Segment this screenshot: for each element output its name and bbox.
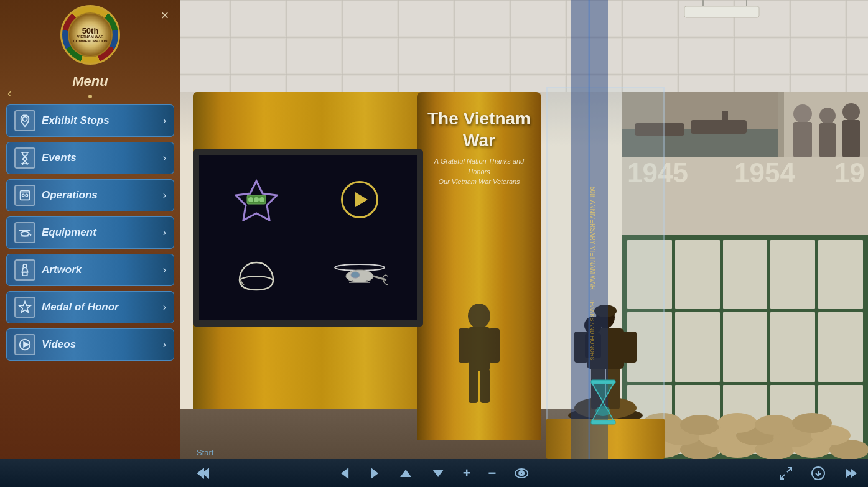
tv-cell-helicopter (309, 239, 411, 315)
up-button[interactable] (394, 465, 417, 482)
exhibit-stops-label: Exhibit Stops (42, 114, 163, 127)
location-pin-icon (14, 110, 35, 131)
tv-cell-play[interactable] (309, 162, 411, 238)
bottom-toolbar: + − (0, 459, 868, 487)
zoom-in-button[interactable]: + (459, 463, 475, 484)
operations-chevron: › (163, 190, 166, 201)
panel-item-8 (723, 312, 768, 381)
sidebar: 50th VIETNAM WARCOMMEMORATION × Menu ‹ E… (0, 0, 180, 487)
toolbar-center-section: + − (335, 463, 534, 484)
svg-rect-39 (691, 120, 747, 134)
equipment-label: Equipment (42, 226, 163, 239)
svg-text:THANKS AND HONORS: THANKS AND HONORS (589, 299, 595, 361)
sidebar-item-events[interactable]: Events › (6, 142, 174, 174)
svg-point-76 (22, 194, 24, 197)
svg-rect-84 (22, 272, 27, 276)
svg-point-66 (680, 415, 720, 435)
soldier-silhouette (451, 304, 507, 403)
svg-rect-9 (488, 328, 500, 363)
toolbar-right-section (775, 463, 862, 483)
operations-label: Operations (42, 189, 163, 202)
exhibit-subtitle-line2: Our Vietnam War Veterans (426, 177, 532, 187)
rewind-button[interactable] (193, 463, 215, 483)
artwork-label: Artwork (42, 264, 163, 276)
sidebar-item-exhibit-stops[interactable]: Exhibit Stops › (6, 104, 174, 137)
svg-line-19 (373, 276, 386, 280)
down-button[interactable] (427, 465, 449, 482)
year-partial: 19 (834, 157, 865, 188)
tv-screen[interactable] (193, 149, 423, 327)
equipment-chevron: › (163, 227, 166, 238)
exhibit-stops-chevron: › (163, 115, 166, 126)
svg-point-15 (254, 197, 259, 202)
panel-item-4 (770, 240, 815, 309)
logo-subtitle: VIETNAM WARCOMMEMORATION (73, 35, 107, 43)
artwork-statue-icon (14, 259, 35, 281)
svg-rect-47 (842, 120, 860, 157)
svg-rect-46 (819, 123, 836, 157)
play-circle-icon (14, 334, 35, 355)
sidebar-item-equipment[interactable]: Equipment › (6, 216, 174, 249)
equipment-helicopter-icon (14, 222, 35, 243)
panorama-background: The Vietnam War A Grateful Nation Thanks… (174, 0, 868, 487)
close-button[interactable]: × (156, 6, 174, 25)
svg-point-50 (595, 406, 610, 416)
svg-point-14 (248, 197, 253, 202)
svg-rect-11 (480, 369, 490, 403)
menu-items-list: Exhibit Stops › Events › Operations › Eq… (6, 104, 174, 366)
svg-rect-45 (793, 122, 812, 157)
svg-line-81 (29, 234, 31, 236)
back-arrow[interactable]: ‹ (7, 86, 12, 100)
svg-point-77 (26, 194, 28, 197)
zoom-out-button[interactable]: − (485, 463, 500, 484)
svg-rect-7 (469, 327, 490, 371)
medal-of-honor-label: Medal of Honor (42, 301, 163, 313)
medal-of-honor-chevron: › (163, 302, 166, 313)
toolbar-left-section (193, 463, 215, 483)
svg-rect-10 (469, 369, 478, 403)
sidebar-item-artwork[interactable]: Artwork › (6, 254, 174, 286)
svg-point-67 (717, 413, 757, 433)
svg-point-68 (755, 415, 795, 435)
tv-cell-badge (205, 162, 307, 238)
events-chevron: › (163, 152, 166, 164)
svg-marker-89 (198, 469, 203, 478)
panel-item-5 (818, 240, 863, 309)
svg-text:50th ANNIVERSARY VIETNAM WAR: 50th ANNIVERSARY VIETNAM WAR (589, 187, 596, 290)
svg-point-6 (468, 304, 490, 328)
eye-button[interactable] (510, 465, 533, 482)
download-button[interactable] (807, 463, 829, 483)
svg-rect-2 (174, 0, 868, 92)
svg-point-74 (22, 117, 27, 121)
operations-badge-icon (14, 185, 35, 206)
start-label: Start (197, 448, 213, 457)
panel-item-10 (818, 312, 863, 381)
svg-point-16 (259, 197, 264, 202)
sidebar-item-videos[interactable]: Videos › (6, 328, 174, 361)
panel-item-3 (723, 240, 768, 309)
next-button[interactable] (365, 463, 385, 483)
events-hourglass-icon (14, 147, 35, 169)
svg-line-97 (787, 468, 791, 472)
logo-inner: 50th VIETNAM WARCOMMEMORATION (68, 12, 113, 57)
sidebar-item-operations[interactable]: Operations › (6, 179, 174, 211)
svg-marker-92 (400, 470, 411, 477)
prev-button[interactable] (335, 463, 355, 483)
svg-point-80 (21, 231, 29, 236)
expand-button[interactable] (775, 463, 797, 483)
svg-marker-101 (846, 469, 852, 478)
tv-cell-helmet (205, 239, 307, 315)
svg-point-96 (520, 472, 523, 475)
svg-rect-31 (623, 332, 637, 363)
exhibit-subtitle-line1: A Grateful Nation Thanks and Honors (426, 156, 532, 177)
sidebar-item-medal-of-honor[interactable]: Medal of Honor › (6, 291, 174, 323)
artwork-chevron: › (163, 264, 166, 276)
logo: 50th VIETNAM WARCOMMEMORATION (60, 5, 120, 65)
svg-marker-85 (19, 302, 30, 312)
exhibit-main-title: The Vietnam War (426, 108, 532, 151)
ceiling (174, 0, 868, 92)
menu-dot-divider (88, 95, 92, 98)
fast-forward-button[interactable] (839, 463, 862, 483)
svg-marker-102 (851, 469, 857, 478)
year-1954: 1954 (734, 157, 795, 188)
